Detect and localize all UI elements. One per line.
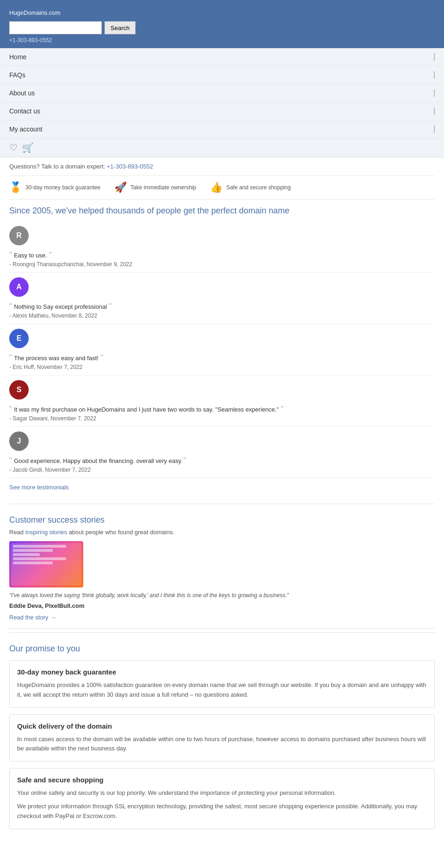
testimonial-item: S " It was my first purchase on HugeDoma… bbox=[9, 375, 435, 427]
read-story-link[interactable]: Read the story → bbox=[9, 614, 435, 621]
money-back-icon: 🏅 bbox=[9, 181, 22, 194]
feature-ownership-label: Take immediate ownership bbox=[130, 184, 196, 191]
promise-card-secure: Safe and secure shopping Your online saf… bbox=[9, 768, 435, 829]
promise-card-paragraph-2: We protect your information through SSL … bbox=[17, 802, 427, 821]
since-section: Since 2005, we've helped thousands of pe… bbox=[9, 200, 435, 500]
search-button[interactable]: Search bbox=[105, 21, 136, 34]
promise-card-paragraph: In most cases access to the domain will … bbox=[17, 735, 427, 754]
nav-label-faqs: FAQs bbox=[9, 71, 25, 79]
avatar: J bbox=[9, 431, 29, 451]
testimonial-item: E " The process was easy and fast! " - E… bbox=[9, 324, 435, 375]
nav-divider bbox=[434, 107, 435, 115]
testimonial-text: " Nothing to Say except professional " bbox=[9, 302, 435, 311]
section-divider bbox=[9, 504, 435, 504]
testimonial-item: A " Nothing to Say except professional "… bbox=[9, 273, 435, 324]
testimonial-text: " Good experience. Happy about the finan… bbox=[9, 456, 435, 465]
nav-label-about: About us bbox=[9, 89, 35, 97]
testimonial-quote: Easy to use. bbox=[14, 252, 47, 259]
feature-secure: 👍 Safe and secure shopping bbox=[210, 181, 290, 194]
thumbsup-icon: 👍 bbox=[210, 181, 222, 194]
quote-close-icon: " bbox=[99, 354, 103, 362]
promise-card-text: HugeDomains provides a 100% satisfaction… bbox=[17, 681, 427, 700]
quote-open-icon: " bbox=[9, 405, 14, 413]
arrow-icon: → bbox=[50, 614, 56, 621]
testimonial-author: - Sagar Dawani, November 7, 2022 bbox=[9, 415, 435, 422]
search-input[interactable] bbox=[9, 21, 102, 34]
questions-text: Questions? Talk to a domain expert: bbox=[9, 163, 105, 170]
story-image bbox=[9, 541, 83, 587]
feature-money-back-label: 30-day money back guarantee bbox=[25, 184, 100, 191]
heart-icon[interactable]: ♡ bbox=[9, 142, 18, 153]
questions-phone-link[interactable]: +1-303-893-0552 bbox=[107, 163, 153, 170]
feature-secure-label: Safe and secure shopping bbox=[226, 184, 290, 191]
testimonials-list: R " Easy to use. " - Roongroj Thanasupch… bbox=[9, 221, 435, 478]
header-phone: +1-303-893-0552 bbox=[9, 37, 435, 44]
testimonial-author: - Alexis Mathieu, November 8, 2022 bbox=[9, 312, 435, 319]
promise-card-text: Your online safety and security is our t… bbox=[17, 788, 427, 821]
nav-item-home[interactable]: Home bbox=[0, 48, 444, 66]
testimonial-quote: The process was easy and fast! bbox=[14, 355, 99, 362]
logo-text: HugeDomains bbox=[9, 9, 47, 16]
feature-money-back: 🏅 30-day money back guarantee bbox=[9, 181, 100, 194]
nav-divider bbox=[434, 53, 435, 61]
testimonial-item: R " Easy to use. " - Roongroj Thanasupch… bbox=[9, 221, 435, 273]
avatar: E bbox=[9, 329, 29, 348]
quote-open-icon: " bbox=[9, 456, 14, 464]
quote-close-icon: " bbox=[181, 456, 186, 464]
story-bar bbox=[13, 549, 53, 552]
subtitle-before: Read bbox=[9, 529, 25, 536]
see-more-link[interactable]: See more testimonials bbox=[9, 478, 435, 496]
since-title: Since 2005, we've helped thousands of pe… bbox=[9, 206, 435, 216]
cart-icon[interactable]: 🛒 bbox=[22, 142, 34, 153]
quote-open-icon: " bbox=[9, 251, 14, 259]
success-section: Customer success stories Read inspiring … bbox=[9, 508, 435, 629]
promise-card-title: Quick delivery of the domain bbox=[17, 722, 427, 730]
nav-item-account[interactable]: My account bbox=[0, 120, 444, 138]
nav-item-contact[interactable]: Contact us bbox=[0, 102, 444, 120]
read-story-text: Read the story bbox=[9, 614, 49, 621]
subtitle-after: about people who found great domains. bbox=[67, 529, 174, 536]
quote-open-icon: " bbox=[9, 354, 14, 362]
testimonial-author: - Eric Huff, November 7, 2022 bbox=[9, 364, 435, 370]
testimonial-text: " The process was easy and fast! " bbox=[9, 354, 435, 362]
nav-divider bbox=[434, 125, 435, 133]
quote-close-icon: " bbox=[279, 405, 284, 413]
story-bar bbox=[13, 545, 66, 548]
logo-suffix: .com bbox=[47, 9, 60, 16]
nav-item-faqs[interactable]: FAQs bbox=[0, 66, 444, 84]
testimonial-author: - Roongroj Thanasupchanchai, November 9,… bbox=[9, 261, 435, 268]
quote-open-icon: " bbox=[9, 302, 14, 310]
features-row: 🏅 30-day money back guarantee 🚀 Take imm… bbox=[9, 176, 435, 200]
story-bar bbox=[13, 553, 40, 556]
story-bar bbox=[13, 562, 53, 564]
testimonial-quote: Nothing to Say except professional bbox=[14, 303, 107, 310]
rocket-icon: 🚀 bbox=[114, 181, 127, 194]
promise-card-title: 30-day money back guarantee bbox=[17, 668, 427, 676]
nav-label-contact: Contact us bbox=[9, 107, 40, 115]
testimonial-text: " Easy to use. " bbox=[9, 251, 435, 259]
inspiring-stories-link[interactable]: inspiring stories bbox=[25, 529, 67, 536]
promise-card-paragraph-1: Your online safety and security is our t… bbox=[17, 788, 427, 798]
nav-item-about[interactable]: About us bbox=[0, 84, 444, 102]
nav-divider bbox=[434, 89, 435, 97]
testimonial-item: J " Good experience. Happy about the fin… bbox=[9, 427, 435, 478]
avatar: A bbox=[9, 277, 29, 297]
avatar: S bbox=[9, 380, 29, 400]
success-subtitle: Read inspiring stories about people who … bbox=[9, 529, 435, 536]
promise-card-paragraph: HugeDomains provides a 100% satisfaction… bbox=[17, 681, 427, 700]
avatar: R bbox=[9, 226, 29, 245]
nav-label-home: Home bbox=[9, 53, 26, 61]
quote-close-icon: " bbox=[107, 302, 111, 310]
promise-title: Our promise to you bbox=[9, 644, 435, 654]
promise-section: Our promise to you 30-day money back gua… bbox=[9, 637, 435, 843]
promise-card-text: In most cases access to the domain will … bbox=[17, 735, 427, 754]
nav-divider bbox=[434, 71, 435, 79]
feature-ownership: 🚀 Take immediate ownership bbox=[114, 181, 196, 194]
testimonial-quote: Good experience. Happy about the financi… bbox=[14, 457, 181, 464]
main-content: Questions? Talk to a domain expert: +1-3… bbox=[0, 157, 444, 843]
promise-card-delivery: Quick delivery of the domain In most cas… bbox=[9, 714, 435, 762]
story-bar bbox=[13, 557, 66, 560]
story-image-inner bbox=[11, 543, 81, 586]
logo: HugeDomains.com bbox=[9, 6, 435, 18]
testimonial-author: - Jacob Gindi, November 7, 2022 bbox=[9, 467, 435, 473]
